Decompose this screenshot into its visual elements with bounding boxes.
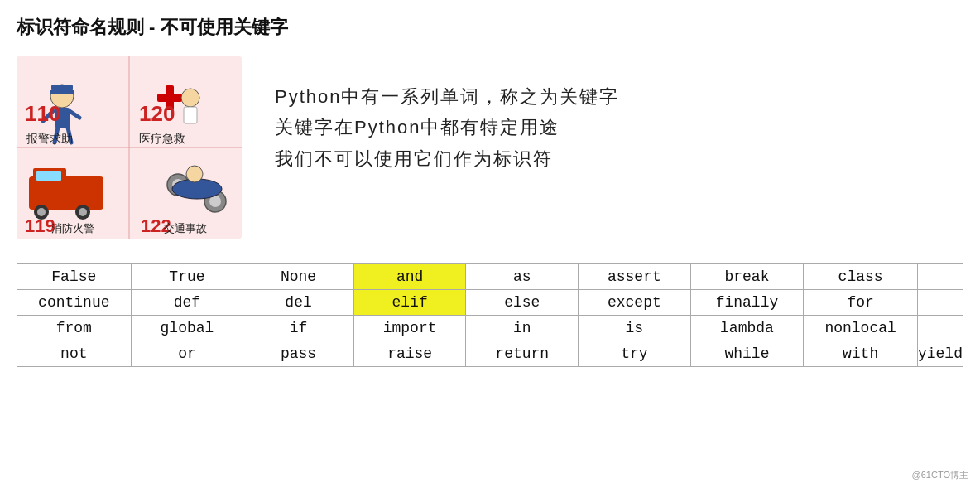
- page-title: 标识符命名规则 - 不可使用关键字: [17, 15, 963, 40]
- keyword-cell: class: [804, 264, 918, 290]
- content-area: 110 报警求助 120 医疗急救 119 消防火警: [17, 56, 963, 239]
- svg-rect-4: [51, 85, 73, 91]
- svg-rect-21: [36, 171, 61, 181]
- keyword-cell: in: [466, 316, 579, 341]
- keyword-cell: return: [466, 341, 579, 367]
- svg-text:交通事故: 交通事故: [164, 222, 207, 234]
- keyword-cell: continue: [17, 290, 132, 316]
- keyword-cell: del: [243, 290, 354, 316]
- desc-line3: 我们不可以使用它们作为标识符: [275, 143, 963, 174]
- keyword-cell: if: [243, 316, 354, 341]
- keyword-cell: and: [353, 264, 466, 290]
- keyword-cell: yield: [917, 341, 963, 367]
- keyword-cell: from: [17, 316, 132, 341]
- keyword-cell: while: [690, 341, 804, 367]
- keyword-cell: raise: [353, 341, 466, 367]
- keyword-cell: is: [579, 316, 691, 341]
- keywords-table: FalseTrueNoneandasassertbreakclasscontin…: [17, 263, 963, 367]
- keyword-cell: elif: [353, 290, 466, 316]
- svg-point-25: [79, 208, 87, 216]
- keyword-cell: [917, 264, 963, 290]
- svg-text:医疗急救: 医疗急救: [139, 132, 185, 145]
- svg-text:报警求助: 报警求助: [26, 132, 73, 145]
- svg-rect-16: [184, 107, 197, 123]
- desc-line1: Python中有一系列单词，称之为关键字: [275, 81, 963, 112]
- keyword-cell: or: [131, 341, 243, 367]
- keyword-cell: lambda: [690, 316, 804, 341]
- keyword-cell: None: [243, 264, 354, 290]
- description-area: Python中有一系列单词，称之为关键字 关键字在Python中都有特定用途 我…: [275, 56, 963, 174]
- svg-text:120: 120: [139, 101, 175, 126]
- keyword-cell: for: [804, 290, 918, 316]
- keyword-cell: pass: [243, 341, 354, 367]
- keyword-cell: break: [690, 264, 804, 290]
- page-container: 标识符命名规则 - 不可使用关键字 110 报警求助: [0, 0, 980, 488]
- keywords-section: FalseTrueNoneandasassertbreakclasscontin…: [17, 263, 963, 367]
- emergency-image: 110 报警求助 120 医疗急救 119 消防火警: [17, 56, 242, 239]
- keyword-cell: as: [466, 264, 579, 290]
- keyword-cell: True: [131, 264, 243, 290]
- keyword-cell: global: [131, 316, 243, 341]
- svg-rect-5: [50, 90, 74, 94]
- keyword-cell: def: [131, 290, 243, 316]
- keyword-cell: not: [17, 341, 132, 367]
- svg-point-33: [186, 166, 203, 182]
- keyword-cell: except: [579, 290, 691, 316]
- svg-point-15: [181, 89, 199, 107]
- keyword-cell: import: [353, 316, 466, 341]
- keyword-cell: else: [466, 290, 579, 316]
- keyword-cell: False: [17, 264, 132, 290]
- watermark: @61CTO博主: [912, 469, 968, 481]
- keyword-cell: finally: [690, 290, 804, 316]
- svg-text:110: 110: [25, 101, 60, 126]
- desc-line2: 关键字在Python中都有特定用途: [275, 112, 963, 143]
- keyword-cell: nonlocal: [804, 316, 918, 341]
- keyword-cell: [917, 316, 963, 341]
- svg-text:消防火警: 消防火警: [51, 222, 94, 234]
- keyword-cell: assert: [579, 264, 691, 290]
- keyword-cell: with: [804, 341, 918, 367]
- keyword-cell: [917, 290, 963, 316]
- keyword-cell: try: [579, 341, 691, 367]
